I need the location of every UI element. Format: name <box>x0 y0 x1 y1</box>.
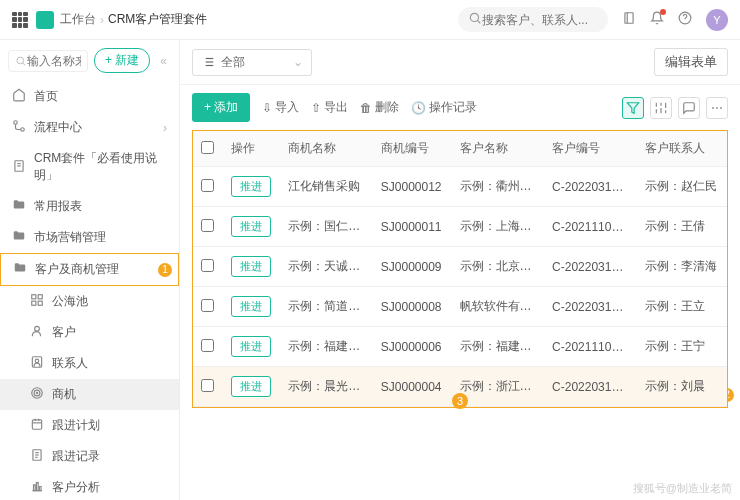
row-checkbox[interactable] <box>201 339 214 352</box>
svg-rect-32 <box>34 485 36 491</box>
bell-icon[interactable] <box>650 11 664 28</box>
nav-label: 联系人 <box>52 355 88 372</box>
push-button[interactable]: 推进 <box>231 296 271 317</box>
notebook-icon[interactable] <box>622 11 636 28</box>
svg-rect-34 <box>39 487 41 491</box>
nav-item-0[interactable]: 首页 <box>0 81 179 112</box>
header-actions: Y <box>622 9 728 31</box>
new-button[interactable]: + 新建 <box>94 48 150 73</box>
cell-cust: 示例：北京天诚软件... <box>452 247 544 287</box>
col-header-6: 客户联系人 <box>637 131 727 167</box>
filter-icon[interactable] <box>622 97 644 119</box>
cell-custcode: C-20220316-0000001 <box>544 167 636 207</box>
more-icon[interactable]: ⋯ <box>706 97 728 119</box>
push-button[interactable]: 推进 <box>231 256 271 277</box>
settings-icon[interactable] <box>650 97 672 119</box>
apps-grid-icon[interactable] <box>12 12 28 28</box>
nav-item-4[interactable]: 市场营销管理 <box>0 222 179 253</box>
global-search[interactable] <box>458 7 608 32</box>
notification-dot <box>660 9 666 15</box>
svg-rect-2 <box>625 13 633 24</box>
cell-contact: 示例：刘晨 <box>637 367 727 407</box>
nav-item-6[interactable]: 公海池 <box>0 286 179 317</box>
main-content: 全部 ⌄ 编辑表单 + 添加 ⇩ 导入 ⇧ 导出 🗑 删除 🕓 操作记录 ⋯ 操… <box>180 40 740 500</box>
row-checkbox[interactable] <box>201 379 214 392</box>
row-checkbox[interactable] <box>201 259 214 272</box>
table-toolbar: + 添加 ⇩ 导入 ⇧ 导出 🗑 删除 🕓 操作记录 ⋯ <box>180 85 740 130</box>
cell-cust: 示例：福建一高集团 <box>452 327 544 367</box>
nav-item-2[interactable]: CRM套件「必看使用说明」 <box>0 143 179 191</box>
nav-label: 常用报表 <box>34 198 82 215</box>
nav-item-7[interactable]: 客户 <box>0 317 179 348</box>
svg-line-1 <box>477 20 480 23</box>
view-label: 全部 <box>221 54 245 71</box>
push-button[interactable]: 推进 <box>231 216 271 237</box>
cell-code: SJ0000009 <box>373 247 452 287</box>
push-button[interactable]: 推进 <box>231 336 271 357</box>
push-button[interactable]: 推进 <box>231 376 271 397</box>
table-row[interactable]: 推进 示例：天诚采购 SJ0000009 示例：北京天诚软件... C-2022… <box>193 247 727 287</box>
view-selector[interactable]: 全部 ⌄ <box>192 49 312 76</box>
nav-label: 客户及商机管理 <box>35 261 119 278</box>
nav-item-11[interactable]: 跟进记录 <box>0 441 179 472</box>
col-header-3: 商机编号 <box>373 131 452 167</box>
svg-point-17 <box>35 326 40 331</box>
delete-button[interactable]: 🗑 删除 <box>360 99 399 116</box>
nav-item-12[interactable]: 客户分析 <box>0 472 179 500</box>
select-all-checkbox[interactable] <box>201 141 214 154</box>
row-checkbox[interactable] <box>201 179 214 192</box>
svg-rect-33 <box>36 483 38 491</box>
target-icon <box>30 386 44 403</box>
oplog-button[interactable]: 🕓 操作记录 <box>411 99 477 116</box>
nav-item-9[interactable]: 商机2 <box>0 379 179 410</box>
global-search-input[interactable] <box>482 13 598 27</box>
cell-name: 示例：国仁采购 <box>280 207 372 247</box>
chevron-right-icon: › <box>163 121 167 135</box>
home-icon <box>12 88 26 105</box>
col-header-0 <box>193 131 223 167</box>
flow-icon <box>12 119 26 136</box>
app-logo <box>36 11 54 29</box>
annotation-badge: 1 <box>158 263 172 277</box>
sidebar-search-input[interactable] <box>27 54 81 68</box>
list-icon <box>201 55 215 69</box>
nav-item-8[interactable]: 联系人 <box>0 348 179 379</box>
row-checkbox[interactable] <box>201 219 214 232</box>
nav-label: 跟进计划 <box>52 417 100 434</box>
breadcrumb-root[interactable]: 工作台 <box>60 11 96 28</box>
push-button[interactable]: 推进 <box>231 176 271 197</box>
help-icon[interactable] <box>678 11 692 28</box>
table-row[interactable]: 推进 示例：福建一高3月订单 SJ0000006 示例：福建一高集团 C-202… <box>193 327 727 367</box>
breadcrumb-current[interactable]: CRM客户管理套件 <box>108 11 207 28</box>
nav-item-10[interactable]: 跟进计划 <box>0 410 179 441</box>
nav-label: 商机 <box>52 386 76 403</box>
cell-cust: 示例：衢州江化集团 <box>452 167 544 207</box>
add-button[interactable]: + 添加 <box>192 93 250 122</box>
table-row[interactable]: 推进 示例：国仁采购 SJ0000011 示例：上海国仁有限... C-2021… <box>193 207 727 247</box>
nav-item-1[interactable]: 流程中心› <box>0 112 179 143</box>
row-checkbox[interactable] <box>201 299 214 312</box>
cell-code: SJ0000004 <box>373 367 452 407</box>
comment-icon[interactable] <box>678 97 700 119</box>
user-avatar[interactable]: Y <box>706 9 728 31</box>
collapse-sidebar-icon[interactable]: « <box>156 54 171 68</box>
breadcrumb: 工作台 › CRM客户管理套件 <box>60 11 207 28</box>
table-row[interactable]: 推进 示例：简道云采购 SJ0000008 帆软软件有限公司 C-2022031… <box>193 287 727 327</box>
nav-item-3[interactable]: 常用报表 <box>0 191 179 222</box>
edit-form-button[interactable]: 编辑表单 <box>654 48 728 76</box>
import-button[interactable]: ⇩ 导入 <box>262 99 299 116</box>
cell-name: 示例：福建一高3月订单 <box>280 327 372 367</box>
cell-custcode: C-20211105-0000001 <box>544 207 636 247</box>
svg-rect-16 <box>38 301 42 305</box>
nav-item-5[interactable]: 客户及商机管理1 <box>0 253 179 286</box>
cell-code: SJ0000011 <box>373 207 452 247</box>
user-icon <box>30 324 44 341</box>
svg-point-22 <box>36 392 37 393</box>
sidebar-search[interactable] <box>8 50 88 72</box>
export-button[interactable]: ⇧ 导出 <box>311 99 348 116</box>
svg-point-0 <box>470 13 478 21</box>
table-row[interactable]: 推进 江化销售采购 SJ0000012 示例：衢州江化集团 C-20220316… <box>193 167 727 207</box>
search-icon <box>15 54 27 68</box>
cell-cust: 帆软软件有限公司 <box>452 287 544 327</box>
cell-name: 示例：简道云采购 <box>280 287 372 327</box>
